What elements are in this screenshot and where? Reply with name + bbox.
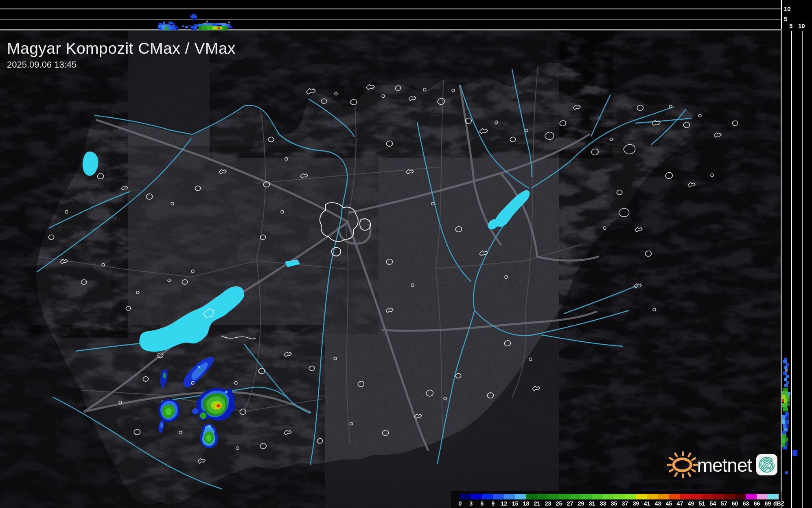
legend-label: 15 [510, 500, 521, 507]
legend-label: 47 [674, 500, 685, 507]
legend-swatch [636, 494, 647, 499]
terrain-relief [0, 30, 781, 508]
legend-swatch [515, 494, 526, 499]
legend-swatch [735, 494, 746, 499]
right-profile-tick-10: 10 [798, 23, 805, 29]
map-timestamp: 2025.09.06 13:45 [7, 59, 236, 70]
legend-label: 45 [663, 500, 674, 507]
top-profile-tick-10: 10 [784, 6, 791, 12]
legend-label: 6 [477, 500, 488, 507]
legend-swatch [482, 494, 493, 499]
legend-label: 35 [608, 500, 619, 507]
legend-swatch [504, 494, 515, 499]
map-area [0, 30, 781, 508]
legend-swatch [526, 494, 537, 499]
right-profile-tick-5: 5 [789, 23, 792, 29]
legend-label: 21 [532, 500, 543, 507]
right-profile-panel [781, 30, 812, 508]
page-title: Magyar Kompozit CMax / VMax [7, 40, 236, 57]
legend-swatch [471, 494, 482, 499]
map-top-edge [0, 29, 781, 31]
legend-swatch [702, 494, 713, 499]
title-block: Magyar Kompozit CMax / VMax 2025.09.06 1… [7, 40, 236, 70]
top-profile-panel [0, 0, 812, 30]
legend-label: dBZ [773, 500, 784, 507]
top-profile-tick-5: 5 [784, 16, 787, 22]
legend-label: 69 [762, 500, 773, 507]
legend-swatch [559, 494, 570, 499]
dbz-legend: 0369121518212325272931333537394143454749… [451, 491, 781, 508]
legend-label: 66 [751, 500, 762, 507]
legend-label: 31 [587, 500, 598, 507]
legend-swatch [570, 494, 581, 499]
legend-label: 41 [641, 500, 652, 507]
legend-label: 43 [652, 500, 663, 507]
legend-swatch [592, 494, 603, 499]
legend-swatch [581, 494, 592, 499]
legend-swatch [493, 494, 504, 499]
legend-label: 12 [499, 500, 510, 507]
legend-swatch [614, 494, 625, 499]
legend-swatch [548, 494, 559, 499]
legend-swatches [460, 494, 779, 499]
legend-swatch [625, 494, 636, 499]
legend-swatch [658, 494, 669, 499]
legend-swatch [680, 494, 691, 499]
legend-label: 23 [543, 500, 554, 507]
legend-label: 3 [466, 500, 477, 507]
legend-label: 63 [740, 500, 751, 507]
legend-label: 27 [565, 500, 576, 507]
legend-label: 37 [619, 500, 630, 507]
legend-label: 18 [521, 500, 532, 507]
legend-swatch [669, 494, 680, 499]
legend-swatch [713, 494, 724, 499]
legend-label: 9 [488, 500, 499, 507]
map-right-edge [781, 30, 782, 508]
legend-swatch [746, 494, 757, 499]
legend-swatch [768, 494, 779, 499]
legend-label: 0 [455, 500, 466, 507]
legend-label: 25 [554, 500, 565, 507]
metnet-logo: metnet [667, 447, 779, 482]
radar-product: Magyar Kompozit CMax / VMax 2025.09.06 1… [0, 0, 812, 508]
legend-label: 33 [598, 500, 608, 507]
metnet-app-icon [755, 447, 779, 482]
legend-label: 49 [685, 500, 696, 507]
sun-icon [667, 447, 700, 482]
legend-label: 60 [729, 500, 740, 507]
legend-label: 54 [707, 500, 718, 507]
legend-labels: 0369121518212325272931333537394143454749… [455, 500, 784, 507]
legend-swatch [691, 494, 702, 499]
radar-map-canvas [0, 0, 812, 508]
legend-swatch [603, 494, 614, 499]
legend-swatch [757, 494, 768, 499]
legend-swatch [647, 494, 658, 499]
metnet-wordmark: metnet [697, 454, 752, 476]
legend-label: 51 [696, 500, 707, 507]
legend-label: 29 [576, 500, 587, 507]
legend-swatch [724, 494, 735, 499]
legend-label: 39 [630, 500, 641, 507]
legend-swatch [460, 494, 471, 499]
legend-label: 57 [718, 500, 729, 507]
legend-swatch [537, 494, 548, 499]
